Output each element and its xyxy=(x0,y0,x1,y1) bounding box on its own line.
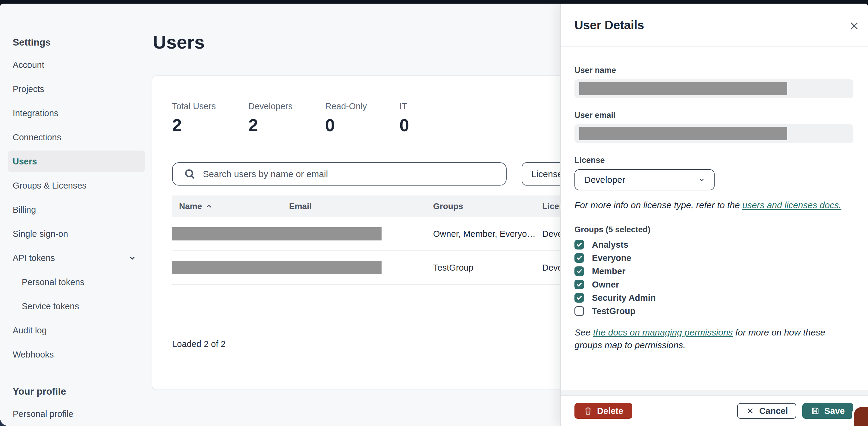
sidebar-item-service-tokens[interactable]: Service tokens xyxy=(8,294,145,318)
app-window: Settings Account Projects Integrations C… xyxy=(0,0,868,426)
save-icon xyxy=(811,406,820,416)
column-header-email: Email xyxy=(282,202,426,211)
license-note: For more info on license type, refer to … xyxy=(575,199,853,211)
redacted-user-name xyxy=(579,82,787,95)
chevron-down-icon xyxy=(128,254,136,262)
license-selected-value: Developer xyxy=(584,175,698,185)
cell-groups: TestGroup xyxy=(426,263,535,273)
group-option-analysts[interactable]: Analysts xyxy=(575,238,853,251)
trash-icon xyxy=(584,406,592,416)
window-top-bar xyxy=(0,0,868,4)
column-header-name[interactable]: Name xyxy=(172,202,282,211)
group-option-testgroup[interactable]: TestGroup xyxy=(575,305,853,318)
user-search xyxy=(172,162,507,186)
save-button[interactable]: Save xyxy=(802,403,853,419)
redacted-name-email xyxy=(172,261,381,274)
search-icon xyxy=(184,168,196,180)
column-header-groups: Groups xyxy=(426,202,535,211)
cancel-button[interactable]: Cancel xyxy=(737,403,796,419)
close-button[interactable] xyxy=(848,20,860,32)
sidebar-item-integrations[interactable]: Integrations xyxy=(8,101,145,125)
panel-header: User Details xyxy=(561,4,868,47)
sidebar-nav-list: Account Projects Integrations Connection… xyxy=(8,53,152,367)
redacted-user-email xyxy=(579,127,787,140)
user-details-panel: User Details User name User email Licens… xyxy=(560,4,868,426)
checkbox-checked-icon[interactable] xyxy=(575,253,584,263)
sidebar-item-projects[interactable]: Projects xyxy=(8,77,145,101)
panel-scroll-fade xyxy=(561,390,868,395)
x-icon xyxy=(746,406,755,416)
sidebar-item-users[interactable]: Users xyxy=(8,150,145,172)
close-icon xyxy=(849,21,860,31)
sidebar-item-single-sign-on[interactable]: Single sign-on xyxy=(8,222,145,246)
checkbox-checked-icon[interactable] xyxy=(575,280,584,289)
checkbox-unchecked-icon[interactable] xyxy=(575,306,584,316)
sidebar-item-billing[interactable]: Billing xyxy=(8,198,145,222)
stat-developers: Developers 2 xyxy=(248,102,293,135)
sidebar-item-webhooks[interactable]: Webhooks xyxy=(8,342,145,367)
user-name-field: User name xyxy=(575,66,853,98)
sidebar-item-account[interactable]: Account xyxy=(8,53,145,77)
user-email-label: User email xyxy=(575,111,853,120)
user-name-label: User name xyxy=(575,66,853,75)
user-email-field: User email xyxy=(575,111,853,143)
panel-footer: Delete Cancel Save xyxy=(561,395,868,426)
stat-it: IT 0 xyxy=(399,102,411,135)
sidebar-item-personal-tokens[interactable]: Personal tokens xyxy=(8,270,145,294)
group-option-owner[interactable]: Owner xyxy=(575,278,853,291)
group-option-everyone[interactable]: Everyone xyxy=(575,251,853,264)
panel-title: User Details xyxy=(575,19,644,32)
checkbox-checked-icon[interactable] xyxy=(575,266,584,276)
profile-nav-list: Personal profile xyxy=(8,402,152,426)
checkbox-checked-icon[interactable] xyxy=(575,240,584,250)
license-field: License Developer xyxy=(575,156,853,190)
user-email-input[interactable] xyxy=(575,124,853,143)
chevron-down-icon xyxy=(698,176,706,184)
license-select[interactable]: Developer xyxy=(575,169,715,190)
redacted-name-email xyxy=(172,227,381,240)
search-input[interactable] xyxy=(203,169,499,179)
sort-ascending-icon xyxy=(206,203,212,210)
corner-overlay-artifact xyxy=(852,405,868,426)
panel-body: User name User email License Developer F… xyxy=(561,66,868,351)
page-title: Users xyxy=(153,31,205,53)
user-name-input[interactable] xyxy=(575,79,853,98)
managing-permissions-docs-link[interactable]: the docs on managing permissions xyxy=(593,328,733,337)
permissions-note: See the docs on managing permissions for… xyxy=(575,326,853,351)
groups-checkbox-list: Analysts Everyone Member Owner Security … xyxy=(575,238,853,318)
cell-groups: Owner, Member, Everyo… xyxy=(426,229,535,239)
profile-section: Your profile Personal profile xyxy=(0,385,152,426)
stat-read-only: Read-Only 0 xyxy=(325,102,367,135)
checkbox-checked-icon[interactable] xyxy=(575,293,584,303)
sidebar-heading-settings: Settings xyxy=(13,36,152,48)
sidebar-item-api-tokens[interactable]: API tokens xyxy=(8,246,145,270)
delete-button[interactable]: Delete xyxy=(575,403,632,419)
stat-total-users: Total Users 2 xyxy=(172,102,216,135)
sidebar-item-groups-licenses[interactable]: Groups & Licenses xyxy=(8,173,145,198)
settings-sidebar: Settings Account Projects Integrations C… xyxy=(0,4,152,426)
sidebar-item-connections[interactable]: Connections xyxy=(8,125,145,149)
sidebar-heading-your-profile: Your profile xyxy=(13,385,152,397)
users-licenses-docs-link[interactable]: users and licenses docs. xyxy=(742,200,841,210)
sidebar-item-personal-profile[interactable]: Personal profile xyxy=(8,402,145,426)
groups-label: Groups (5 selected) xyxy=(575,225,853,234)
sidebar-item-audit-log[interactable]: Audit log xyxy=(8,318,145,342)
group-option-security-admin[interactable]: Security Admin xyxy=(575,291,853,305)
group-option-member[interactable]: Member xyxy=(575,264,853,278)
license-label: License xyxy=(575,156,853,165)
